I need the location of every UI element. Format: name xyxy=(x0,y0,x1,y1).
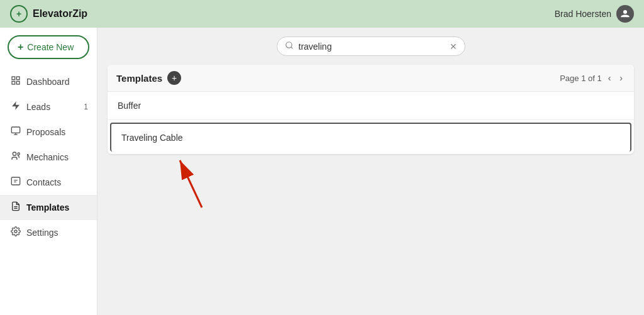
app-header: + ElevatorZip Brad Hoersten xyxy=(0,0,644,28)
panel-header: Templates + Page 1 of 1 ‹ › xyxy=(108,65,634,92)
sidebar-item-templates-label: Templates xyxy=(26,202,69,213)
user-name: Brad Hoersten xyxy=(555,9,611,19)
search-icon xyxy=(285,41,294,52)
svg-line-16 xyxy=(291,47,292,49)
svg-rect-4 xyxy=(16,81,19,84)
user-info[interactable]: Brad Hoersten xyxy=(555,5,634,23)
contacts-icon xyxy=(10,176,21,189)
logo-icon: + xyxy=(10,5,28,23)
templates-icon xyxy=(10,201,21,214)
add-template-button[interactable]: + xyxy=(167,71,181,85)
sidebar-item-proposals[interactable]: Proposals xyxy=(0,119,97,145)
dashboard-icon xyxy=(10,75,21,88)
next-page-button[interactable]: › xyxy=(617,72,625,84)
svg-rect-3 xyxy=(12,81,15,84)
search-bar: ✕ xyxy=(277,36,465,56)
sidebar-item-leads-label: Leads xyxy=(26,102,50,112)
pagination-label: Page 1 of 1 xyxy=(560,74,602,83)
panel-title-area: Templates + xyxy=(116,71,181,85)
sidebar-item-mechanics[interactable]: Mechanics xyxy=(0,145,97,170)
leads-badge: 1 xyxy=(84,102,88,111)
template-name-traveling-cable: Traveling Cable xyxy=(121,133,183,143)
sidebar-item-dashboard[interactable]: Dashboard xyxy=(0,69,97,94)
pagination: Page 1 of 1 ‹ › xyxy=(560,72,625,84)
sidebar-item-settings-label: Settings xyxy=(26,228,58,238)
svg-rect-1 xyxy=(12,77,15,80)
sidebar-item-mechanics-label: Mechanics xyxy=(26,152,69,162)
content-area: ✕ Templates + Page 1 of 1 ‹ › Buffer xyxy=(97,28,644,315)
svg-point-0 xyxy=(623,10,627,14)
templates-panel: Templates + Page 1 of 1 ‹ › Buffer Trave… xyxy=(108,65,634,154)
logo-area: + ElevatorZip xyxy=(10,5,87,23)
proposals-icon xyxy=(10,126,21,138)
svg-rect-11 xyxy=(11,177,19,185)
logo-text: ElevatorZip xyxy=(33,8,87,19)
search-clear-button[interactable]: ✕ xyxy=(450,41,457,52)
template-name-buffer: Buffer xyxy=(118,101,141,111)
sidebar-item-proposals-label: Proposals xyxy=(26,127,65,137)
red-arrow-annotation xyxy=(167,148,243,211)
sidebar-item-contacts-label: Contacts xyxy=(26,177,61,187)
sidebar-item-templates[interactable]: Templates xyxy=(0,195,97,220)
search-input[interactable] xyxy=(299,41,445,52)
svg-marker-5 xyxy=(12,101,19,109)
sidebar: + Create New Dashboard Leads 1 Proposals xyxy=(0,28,97,315)
sidebar-item-settings[interactable]: Settings xyxy=(0,220,97,245)
template-row-traveling-cable[interactable]: Traveling Cable xyxy=(110,123,631,152)
create-new-button[interactable]: + Create New xyxy=(8,35,89,59)
svg-point-10 xyxy=(18,153,19,155)
svg-point-9 xyxy=(13,152,16,155)
sidebar-item-dashboard-label: Dashboard xyxy=(26,77,70,87)
svg-point-15 xyxy=(286,42,291,48)
sidebar-item-contacts[interactable]: Contacts xyxy=(0,170,97,195)
svg-line-18 xyxy=(180,160,202,207)
user-avatar xyxy=(616,5,634,23)
create-new-label: Create New xyxy=(27,42,74,52)
sidebar-item-leads[interactable]: Leads 1 xyxy=(0,94,97,119)
main-layout: + Create New Dashboard Leads 1 Proposals xyxy=(0,28,644,315)
create-plus-icon: + xyxy=(18,41,23,53)
svg-point-14 xyxy=(14,230,17,233)
settings-icon xyxy=(10,226,21,239)
svg-rect-2 xyxy=(16,77,19,80)
mechanics-icon xyxy=(10,151,21,163)
leads-icon xyxy=(10,101,21,113)
panel-title: Templates xyxy=(116,73,162,84)
template-row-buffer[interactable]: Buffer xyxy=(108,92,634,120)
search-area: ✕ xyxy=(97,28,644,65)
svg-rect-6 xyxy=(11,127,19,133)
prev-page-button[interactable]: ‹ xyxy=(606,72,614,84)
